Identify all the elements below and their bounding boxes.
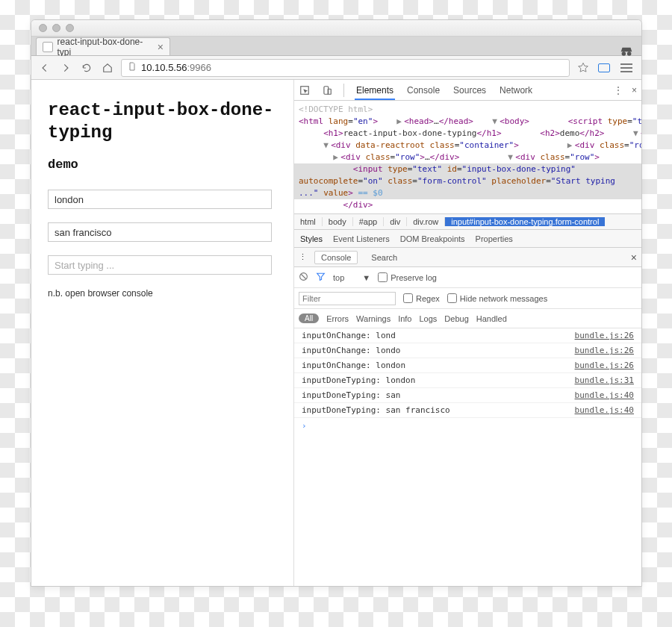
drawer-close-icon[interactable]: × xyxy=(631,252,637,263)
console-more-icon[interactable]: ⋮ xyxy=(299,252,307,262)
browser-window: react-input-box-done-typi × 10.10.5.56:9… xyxy=(31,19,642,587)
devtools-tab-console[interactable]: Console xyxy=(405,81,441,100)
log-row: inputDoneTyping: sanbundle.js:40 xyxy=(294,388,641,403)
preserve-log-checkbox[interactable]: Preserve log xyxy=(378,272,437,282)
devtools-more-icon[interactable]: ⋮ xyxy=(614,85,623,96)
log-row: inputDoneTyping: san franciscobundle.js:… xyxy=(294,403,641,418)
device-icon[interactable] xyxy=(321,84,333,96)
subtab-dombreakpoints[interactable]: DOM Breakpoints xyxy=(400,234,465,243)
clear-console-icon[interactable] xyxy=(299,272,308,283)
window-titlebar xyxy=(31,20,641,37)
level-info[interactable]: Info xyxy=(398,314,411,323)
log-msg: inputOnChange: londo xyxy=(302,346,400,355)
browser-toolbar: 10.10.5.56:9966 xyxy=(31,56,641,80)
crumb-selected[interactable]: input#input-box-done-typing.form-control xyxy=(445,217,605,226)
browser-tab[interactable]: react-input-box-done-typi × xyxy=(36,37,170,55)
page-note: n.b. open browser console xyxy=(48,288,277,299)
log-source[interactable]: bundle.js:26 xyxy=(575,346,634,355)
tab-title: react-input-box-done-typi xyxy=(57,37,153,57)
favicon-icon xyxy=(43,42,53,52)
forward-button[interactable] xyxy=(58,60,73,75)
subtab-styles[interactable]: Styles xyxy=(300,234,323,243)
inspect-icon[interactable] xyxy=(299,84,311,96)
page-subtitle: demo xyxy=(48,157,277,172)
devtools-panel: Elements Console Sources Network ⋮ × <!D… xyxy=(294,80,641,586)
console-prompt[interactable]: › xyxy=(294,418,641,434)
input-3[interactable] xyxy=(48,255,272,275)
input-2[interactable] xyxy=(48,222,272,242)
tab-close-icon[interactable]: × xyxy=(158,42,164,52)
devtools-tab-sources[interactable]: Sources xyxy=(452,81,488,100)
devtools-tab-elements[interactable]: Elements xyxy=(355,81,395,100)
log-msg: inputOnChange: lond xyxy=(302,331,396,340)
log-source[interactable]: bundle.js:26 xyxy=(575,331,634,340)
chevron-down-icon: ▼ xyxy=(362,273,370,282)
devtools-tabbar: Elements Console Sources Network ⋮ × xyxy=(294,80,641,101)
level-errors[interactable]: Errors xyxy=(326,314,349,323)
home-button[interactable] xyxy=(100,60,115,75)
address-bar[interactable]: 10.10.5.56:9966 xyxy=(121,59,570,77)
level-logs[interactable]: Logs xyxy=(420,314,438,323)
console-filter-input[interactable] xyxy=(299,292,396,305)
subtab-eventlisteners[interactable]: Event Listeners xyxy=(333,234,390,243)
crumb-div[interactable]: div xyxy=(384,217,407,226)
traffic-light-close[interactable] xyxy=(39,24,47,32)
hide-network-checkbox[interactable]: Hide network messages xyxy=(447,293,547,303)
console-drawer-tabs: ⋮ Console Search × xyxy=(294,248,641,267)
file-icon xyxy=(128,61,137,74)
traffic-light-minimize[interactable] xyxy=(52,24,60,32)
log-msg: inputDoneTyping: san francisco xyxy=(302,405,450,415)
log-source[interactable]: bundle.js:40 xyxy=(575,405,634,415)
devtools-tab-network[interactable]: Network xyxy=(498,81,534,100)
filter-funnel-icon[interactable] xyxy=(316,272,326,283)
device-toggle-icon[interactable] xyxy=(597,60,612,75)
level-warnings[interactable]: Warnings xyxy=(356,314,391,323)
reload-button[interactable] xyxy=(79,60,94,75)
page-title: react-input-box-done-typing xyxy=(48,99,277,144)
back-button[interactable] xyxy=(37,60,52,75)
log-row: inputDoneTyping: londonbundle.js:31 xyxy=(294,373,641,388)
url-port: :9966 xyxy=(187,62,211,73)
url-host: 10.10.5.56 xyxy=(141,62,187,73)
bookmark-star-icon[interactable] xyxy=(576,60,591,75)
traffic-light-zoom[interactable] xyxy=(66,24,74,32)
crumb-app[interactable]: #app xyxy=(353,217,384,226)
log-source[interactable]: bundle.js:40 xyxy=(575,390,634,400)
devtools-close-icon[interactable]: × xyxy=(632,85,637,96)
level-handled[interactable]: Handled xyxy=(476,314,507,323)
log-row: inputOnChange: londbundle.js:26 xyxy=(294,328,641,343)
log-msg: inputDoneTyping: san xyxy=(302,390,400,400)
console-toolbar-2: Regex Hide network messages xyxy=(294,288,641,309)
console-level-tabs: All Errors Warnings Info Logs Debug Hand… xyxy=(294,309,641,328)
page-content: react-input-box-done-typing demo n.b. op… xyxy=(31,80,294,586)
level-all[interactable]: All xyxy=(299,314,319,323)
incognito-icon xyxy=(618,45,635,61)
log-source[interactable]: bundle.js:26 xyxy=(575,361,634,370)
log-row: inputOnChange: londobundle.js:26 xyxy=(294,343,641,358)
crumb-body[interactable]: body xyxy=(323,217,353,226)
log-source[interactable]: bundle.js:31 xyxy=(575,375,634,385)
regex-checkbox[interactable]: Regex xyxy=(403,293,440,303)
console-toolbar-1: top▼ Preserve log xyxy=(294,267,641,288)
level-debug[interactable]: Debug xyxy=(444,314,468,323)
subtab-properties[interactable]: Properties xyxy=(476,234,513,243)
elements-breadcrumb[interactable]: html body #app div div.row input#input-b… xyxy=(294,213,641,230)
tab-strip: react-input-box-done-typi × xyxy=(31,37,641,56)
crumb-html[interactable]: html xyxy=(294,217,323,226)
console-log-output[interactable]: inputOnChange: londbundle.js:26 inputOnC… xyxy=(294,328,641,586)
console-drawer: ⋮ Console Search × top▼ Preserve log xyxy=(294,248,641,586)
log-row: inputOnChange: londonbundle.js:26 xyxy=(294,358,641,373)
context-selector[interactable]: top▼ xyxy=(333,273,370,282)
input-1[interactable] xyxy=(48,190,272,209)
selected-element: <input type="text" id="input-box-done-ty… xyxy=(294,163,641,199)
drawer-tab-console[interactable]: Console xyxy=(314,251,358,264)
elements-tree[interactable]: <!DOCTYPE html> <html lang="en"> ▶<head>… xyxy=(294,101,641,213)
log-msg: inputDoneTyping: london xyxy=(302,375,415,385)
crumb-row[interactable]: div.row xyxy=(407,217,445,226)
styles-tabbar: Styles Event Listeners DOM Breakpoints P… xyxy=(294,230,641,248)
drawer-tab-search[interactable]: Search xyxy=(365,252,403,263)
log-msg: inputOnChange: london xyxy=(302,361,405,370)
